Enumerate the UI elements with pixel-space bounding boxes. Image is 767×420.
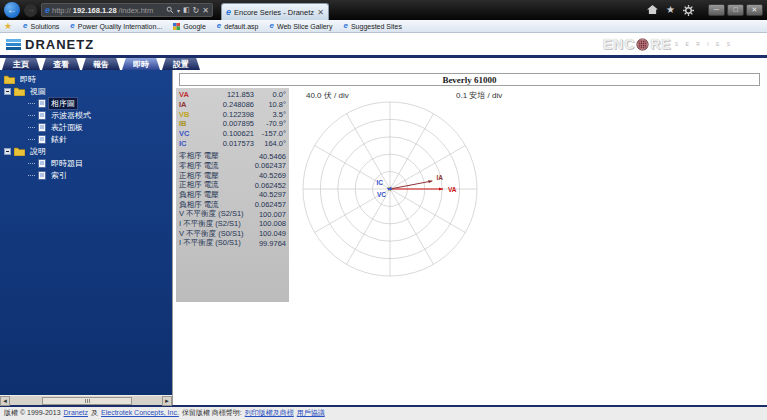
back-button[interactable]: ← [4,2,20,18]
add-favorite-star-icon[interactable]: ★ [4,22,12,31]
sidebar-item-leaf[interactable]: 相序圖 [28,97,172,109]
sidebar-item-leaf[interactable]: 即時題目 [28,157,172,169]
tree-connector [28,115,35,116]
page-icon [38,99,46,108]
scroll-right-arrow[interactable]: ► [162,396,172,406]
footer-link[interactable]: 用戶協議 [297,408,325,418]
sidebar-item-group[interactable]: 說明 [4,145,172,157]
scrollbar-thumb[interactable] [42,397,132,405]
collapse-box-icon[interactable] [4,148,11,155]
phasor-table-row: VB0.1223983.5° [179,109,286,119]
scroll-left-arrow[interactable]: ◄ [0,396,10,406]
folder-icon [4,75,15,84]
encore-text-right: RE [650,36,671,52]
favorite-item[interactable]: edefault.asp [217,22,259,30]
webpage-icon: e [270,22,274,30]
footer-link[interactable]: 列印版權及商標 [245,408,294,418]
polar-grid-spoke [390,114,434,189]
polar-grid-spoke [347,114,391,189]
browser-titlebar: ← → e http://192.168.1.28/index.htm ▾ ◧ … [0,0,767,20]
nav-tab-strip: 主頁查看報告即時設置 [0,55,767,70]
phasor-angle: 0.0° [254,90,286,99]
phasor-angle: -157.0° [254,129,286,138]
sequence-value: 100.007 [250,210,286,219]
search-icon[interactable] [166,6,174,14]
phasor-table-row: VC0.100621-157.0° [179,129,286,139]
sequence-table-row: I 不平衡度 (S2/S1)100.008 [179,219,286,229]
sequence-table-row: 負相序 電流0.062457 [179,200,286,210]
polar-grid-spoke [390,189,434,264]
favorites-star-icon[interactable]: ★ [666,5,675,15]
ie-tab-icon: e [226,8,231,17]
sequence-label: 零相序 電壓 [179,151,250,161]
ie-icon: e [343,22,347,30]
measurement-table: VA121.8530.0°IA0.24808610.8°VB0.1223983.… [176,88,289,302]
maximize-button[interactable]: □ [727,4,744,16]
sequence-table-row: V 不平衡度 (S0/S1)100.049 [179,229,286,239]
sidebar-item-label: 說明 [28,146,48,157]
sidebar-item-leaf[interactable]: 索引 [28,169,172,181]
sequence-value: 0.062437 [250,161,286,170]
favorite-item[interactable]: eSolutions [23,22,59,30]
encore-series-text: S E R I E S [675,41,733,47]
tree-connector [28,163,35,164]
sidebar-item-leaf[interactable]: 示波器模式 [28,109,172,121]
refresh-icon[interactable]: ↻ [193,6,200,15]
browser-window: ← → e http://192.168.1.28/index.htm ▾ ◧ … [0,0,767,420]
sidebar-horizontal-scrollbar[interactable]: ◄ ► [0,395,172,405]
sidebar-item-leaf[interactable]: 錶針 [28,133,172,145]
address-bar[interactable]: e http://192.168.1.28/index.htm ▾ ◧ ↻ ✕ [41,3,213,17]
nav-tab-報告[interactable]: 報告 [82,58,120,70]
footer-link[interactable]: Electrotek Concepts, Inc. [101,409,179,416]
favorite-item[interactable]: Google [173,22,206,30]
sidebar-item-group[interactable]: 視圖 [4,85,172,97]
dranetz-logo: DRANETZ [6,37,94,52]
sequence-table-row: I 不平衡度 (S0/S1)99.9764 [179,238,286,248]
stop-icon[interactable]: ✕ [202,6,209,15]
tree-connector [28,139,35,140]
phasor-label-VA: VA [448,186,457,193]
minimize-button[interactable]: ─ [708,4,725,16]
search-dropdown-icon[interactable]: ▾ [177,7,180,14]
sequence-label: 負相序 電壓 [179,190,250,200]
nav-tab-設置[interactable]: 設置 [162,58,200,70]
tools-gear-icon[interactable] [683,5,694,16]
footer-text: 及 [91,408,98,418]
nav-tab-主頁[interactable]: 主頁 [2,58,40,70]
browser-tab[interactable]: e Encore Series - Dranetz ✕ [221,3,329,20]
phasor-label-IC: IC [377,179,384,186]
phasor-label: VB [179,110,195,119]
favorite-item[interactable]: ePower Quality Internation... [70,22,162,30]
footer-link[interactable]: Dranetz [64,409,89,416]
sequence-label: 零相序 電流 [179,161,250,171]
close-button[interactable]: ✕ [746,4,763,16]
webpage-icon: e [217,22,221,30]
tree-connector [28,103,35,104]
phasor-label: VA [179,90,195,99]
nav-tab-即時[interactable]: 即時 [122,58,160,70]
nav-tab-查看[interactable]: 查看 [42,58,80,70]
phasor-table-row: IB0.007895-70.9° [179,119,286,129]
phasor-label-IA: IA [436,174,443,181]
sequence-value: 100.008 [250,219,286,228]
encore-logo: ENC RE S E R I E S [603,36,733,52]
sidebar-item-root[interactable]: 即時 [4,73,172,85]
tab-close-icon[interactable]: ✕ [317,8,324,17]
favorite-item[interactable]: eWeb Slice Gallery [270,22,333,30]
forward-button[interactable]: → [24,4,37,17]
phasor-angle: -70.9° [254,119,286,128]
collapse-box-icon[interactable] [4,88,11,95]
phasor-table-row: VA121.8530.0° [179,90,286,100]
home-icon[interactable] [647,5,658,15]
sidebar-item-leaf[interactable]: 表計面板 [28,121,172,133]
sequence-table-row: 負相序 電壓40.5297 [179,190,286,200]
phasor-label-VC: VC [377,191,386,198]
device-title: Beverly 61000 [179,73,760,86]
phasor-magnitude: 0.248086 [195,100,254,109]
compatibility-icon[interactable]: ◧ [183,6,190,14]
phasor-label: IB [179,119,195,128]
phasor-diagram: VAIAVCIC [300,99,480,279]
url-path: /index.htm [119,6,154,15]
sidebar-item-label: 示波器模式 [49,110,93,121]
favorite-item[interactable]: eSuggested Sites [343,22,401,30]
